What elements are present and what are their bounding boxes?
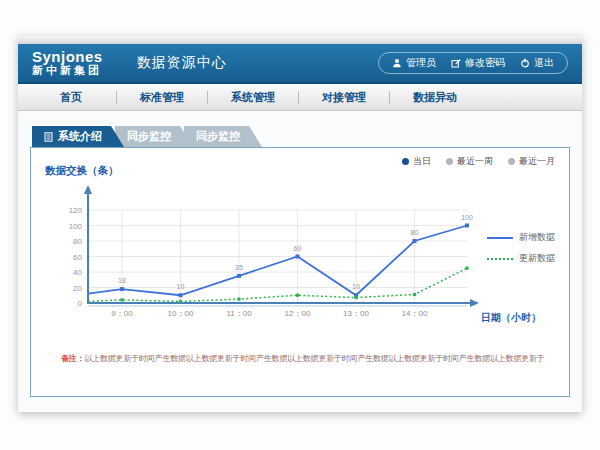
user-icon	[392, 58, 402, 68]
tab-label: 同步监控	[127, 126, 171, 147]
svg-text:40: 40	[73, 268, 82, 277]
tab-label: 系统介绍	[58, 126, 102, 147]
tab-1[interactable]: 同步监控	[115, 126, 193, 147]
legend-label: 更新数据	[519, 252, 555, 265]
user-action-label: 修改密码	[465, 56, 505, 70]
content-area: 系统介绍同步监控同步监控 当日最近一周最近一月 数据交换（条） 02040608…	[18, 111, 582, 410]
logo-text-cn: 新中新集团	[32, 65, 103, 77]
svg-text:80: 80	[411, 229, 419, 236]
footnote-text: 以上数据更新于时间产生数据以上数据更新于时间产生数据以上数据更新于时间产生数据以…	[84, 354, 544, 363]
legend-label: 新增数据	[519, 231, 555, 244]
svg-text:18: 18	[118, 277, 126, 284]
svg-text:100: 100	[461, 214, 473, 221]
svg-text:120: 120	[69, 206, 83, 215]
svg-text:9：00: 9：00	[111, 309, 133, 318]
edit-icon	[451, 58, 461, 68]
brand-logo[interactable]: Synjones 新中新集团	[32, 49, 103, 76]
user-action-label: 管理员	[406, 56, 436, 70]
svg-text:14：00: 14：00	[402, 309, 428, 318]
main-nav: 首页标准管理系统管理对接管理数据异动	[18, 84, 582, 111]
tab-label: 同步监控	[196, 126, 240, 147]
nav-item-2[interactable]: 系统管理	[208, 90, 298, 105]
user-action-0[interactable]: 管理员	[392, 56, 436, 70]
nav-item-0[interactable]: 首页	[26, 90, 116, 105]
page-title: 数据资源中心	[121, 54, 227, 72]
screenshot-canvas: Synjones 新中新集团 数据资源中心 管理员修改密码退出 首页标准管理系统…	[0, 0, 600, 450]
svg-text:0: 0	[78, 299, 83, 308]
svg-text:35: 35	[235, 264, 243, 271]
tab-2[interactable]: 同步监控	[184, 126, 262, 147]
user-actions: 管理员修改密码退出	[378, 52, 568, 74]
legend-line-sample	[487, 237, 513, 239]
svg-text:100: 100	[69, 222, 83, 231]
svg-text:10：00: 10：00	[168, 309, 194, 318]
footnote-label: 备注：	[61, 354, 84, 363]
svg-text:10: 10	[177, 283, 185, 290]
user-action-1[interactable]: 修改密码	[451, 56, 505, 70]
chart-legend: 新增数据更新数据	[487, 231, 555, 265]
legend-item-0: 新增数据	[487, 231, 555, 244]
svg-text:60: 60	[294, 245, 302, 252]
app-header: Synjones 新中新集团 数据资源中心 管理员修改密码退出	[18, 44, 582, 84]
legend-line-sample	[487, 258, 513, 260]
power-icon	[520, 58, 530, 68]
svg-text:12：00: 12：00	[285, 309, 311, 318]
logo-text-en: Synjones	[32, 49, 103, 65]
user-action-2[interactable]: 退出	[520, 56, 554, 70]
document-icon	[44, 132, 53, 142]
nav-item-1[interactable]: 标准管理	[117, 90, 207, 105]
user-action-label: 退出	[534, 56, 554, 70]
footnote: 备注：以上数据更新于时间产生数据以上数据更新于时间产生数据以上数据更新于时间产生…	[61, 353, 545, 364]
svg-text:11：00: 11：00	[226, 309, 252, 318]
tab-0[interactable]: 系统介绍	[32, 126, 124, 147]
nav-item-3[interactable]: 对接管理	[299, 90, 389, 105]
svg-text:60: 60	[73, 253, 82, 262]
svg-text:13：00: 13：00	[343, 309, 369, 318]
legend-item-1: 更新数据	[487, 252, 555, 265]
card-top-strip	[18, 36, 582, 44]
nav-item-4[interactable]: 数据异动	[390, 90, 480, 105]
svg-text:80: 80	[73, 237, 82, 246]
tab-bar: 系统介绍同步监控同步监控	[32, 126, 253, 147]
chart-panel: 当日最近一周最近一月 数据交换（条） 0204060801001209：0010…	[30, 147, 570, 397]
svg-text:10: 10	[352, 283, 360, 290]
svg-text:20: 20	[73, 284, 82, 293]
app-window: Synjones 新中新集团 数据资源中心 管理员修改密码退出 首页标准管理系统…	[18, 36, 582, 412]
x-axis-title: 日期（小时）	[481, 311, 541, 325]
